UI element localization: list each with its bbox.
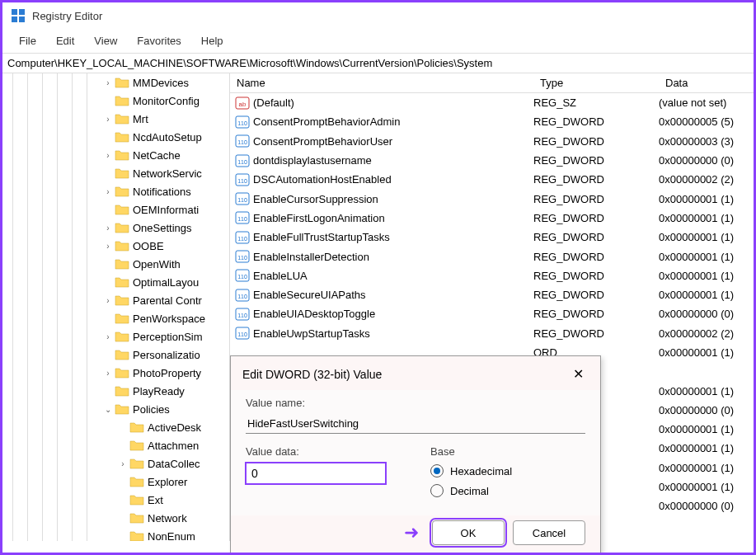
arrow-pointer-icon: ➜ xyxy=(404,522,419,543)
row-name: dontdisplaylastusername xyxy=(253,154,533,167)
cancel-button[interactable]: Cancel xyxy=(513,520,585,545)
tree-item[interactable]: NonEnum xyxy=(2,527,229,541)
tree-item[interactable]: PlayReady xyxy=(2,382,229,400)
tree-item[interactable]: ›OOBE xyxy=(2,237,229,255)
tree-item[interactable]: MonitorConfig xyxy=(2,92,229,110)
col-data[interactable]: Data xyxy=(659,73,754,92)
chevron-icon[interactable]: › xyxy=(103,332,113,341)
list-row[interactable]: 110EnableSecureUIAPathsREG_DWORD0x000000… xyxy=(230,285,754,304)
menu-view[interactable]: View xyxy=(86,32,125,49)
list-row[interactable]: 110DSCAutomationHostEnabledREG_DWORD0x00… xyxy=(230,170,754,189)
tree-item[interactable]: Ext xyxy=(2,491,229,509)
tree-item-label: OEMInformati xyxy=(133,204,199,216)
tree-item[interactable]: ›PhotoProperty xyxy=(2,364,229,382)
row-type: REG_DWORD xyxy=(533,327,659,340)
tree-item-label: PhotoProperty xyxy=(133,367,201,379)
tree-item[interactable]: NcdAutoSetup xyxy=(2,128,229,146)
tree-item[interactable]: ›Notifications xyxy=(2,182,229,200)
tree-item[interactable]: PenWorkspace xyxy=(2,309,229,327)
list-row[interactable]: 110EnableLUAREG_DWORD0x00000001 (1) xyxy=(230,266,754,285)
address-bar[interactable]: Computer\HKEY_LOCAL_MACHINE\SOFTWARE\Mic… xyxy=(2,53,754,73)
radio-hexadecimal[interactable]: Hexadecimal xyxy=(430,464,585,477)
row-type: REG_DWORD xyxy=(533,212,659,224)
list-row[interactable]: ab(Default)REG_SZ(value not set) xyxy=(230,93,754,112)
tree-item[interactable]: Personalizatio xyxy=(2,346,229,364)
menubar: File Edit View Favorites Help xyxy=(2,29,754,53)
chevron-icon[interactable]: › xyxy=(103,115,113,124)
list-row[interactable]: 110ConsentPromptBehaviorAdminREG_DWORD0x… xyxy=(230,112,754,131)
edit-dword-dialog: Edit DWORD (32-bit) Value ✕ Value name: … xyxy=(230,355,601,555)
tree-item[interactable]: ›PerceptionSim xyxy=(2,327,229,346)
tree-item[interactable]: ›OneSettings xyxy=(2,219,229,237)
col-type[interactable]: Type xyxy=(533,73,659,92)
close-icon[interactable]: ✕ xyxy=(568,365,589,383)
chevron-icon[interactable]: › xyxy=(118,459,128,468)
row-name: DSCAutomationHostEnabled xyxy=(253,173,533,186)
row-type: REG_DWORD xyxy=(533,251,659,263)
list-row[interactable]: 110EnableUwpStartupTasksREG_DWORD0x00000… xyxy=(230,324,754,343)
col-name[interactable]: Name xyxy=(230,73,533,92)
menu-file[interactable]: File xyxy=(11,32,45,49)
tree-item[interactable]: OptimalLayou xyxy=(2,273,229,291)
tree-item-label: NonEnum xyxy=(148,530,195,542)
list-row[interactable]: 110EnableFirstLogonAnimationREG_DWORD0x0… xyxy=(230,209,754,228)
row-type: REG_DWORD xyxy=(533,173,659,186)
menu-edit[interactable]: Edit xyxy=(48,32,82,49)
radio-decimal[interactable]: Decimal xyxy=(430,484,585,497)
list-row[interactable]: 110EnableUIADesktopToggleREG_DWORD0x0000… xyxy=(230,304,754,323)
chevron-icon[interactable]: › xyxy=(103,223,113,233)
value-name-label: Value name: xyxy=(246,397,585,409)
chevron-icon[interactable]: › xyxy=(103,296,113,305)
row-data: 0x00000001 (1) xyxy=(659,231,754,243)
tree-item[interactable]: ›Mrt xyxy=(2,110,229,128)
menu-help[interactable]: Help xyxy=(193,32,232,49)
row-type: REG_DWORD xyxy=(533,308,659,320)
tree-item[interactable]: Explorer xyxy=(2,473,229,491)
ok-button[interactable]: OK xyxy=(432,520,505,545)
tree-item-label: Parental Contr xyxy=(133,294,202,307)
value-name-field[interactable] xyxy=(246,414,585,434)
tree-item-label: Personalizatio xyxy=(133,349,200,361)
tree-item-label: OOBE xyxy=(133,240,164,252)
tree-item[interactable]: ›Parental Contr xyxy=(2,291,229,309)
row-data: 0x00000001 (1) xyxy=(659,270,754,282)
chevron-icon[interactable]: › xyxy=(103,187,113,196)
dialog-title: Edit DWORD (32-bit) Value xyxy=(242,368,382,381)
list-header: Name Type Data xyxy=(230,73,754,93)
chevron-icon[interactable]: › xyxy=(103,78,113,87)
row-type: REG_DWORD xyxy=(533,289,659,301)
row-data: 0x00000001 (1) xyxy=(659,193,754,205)
list-row[interactable]: 110ConsentPromptBehaviorUserREG_DWORD0x0… xyxy=(230,132,754,151)
row-data: 0x00000000 (0) xyxy=(659,154,754,167)
tree-item[interactable]: ›DataCollec xyxy=(2,454,229,473)
list-row[interactable]: 110EnableInstallerDetectionREG_DWORD0x00… xyxy=(230,247,754,266)
row-name: EnableLUA xyxy=(253,270,533,282)
tree-item[interactable]: ⌄Policies xyxy=(2,400,229,418)
list-row[interactable]: 110EnableFullTrustStartupTasksREG_DWORD0… xyxy=(230,228,754,247)
tree-item-label: OneSettings xyxy=(133,222,192,234)
row-data: 0x00000001 (1) xyxy=(659,212,754,224)
tree-item-label: Mrt xyxy=(133,113,148,125)
menu-favorites[interactable]: Favorites xyxy=(129,32,189,49)
titlebar: Registry Editor xyxy=(2,2,754,29)
tree-item[interactable]: Attachmen xyxy=(2,436,229,454)
tree-item[interactable]: ›NetCache xyxy=(2,146,229,164)
value-data-field[interactable] xyxy=(246,463,386,484)
tree-item[interactable]: Network xyxy=(2,509,229,527)
tree-item[interactable]: ›MMDevices xyxy=(2,73,229,92)
chevron-icon[interactable]: › xyxy=(103,369,113,378)
list-row[interactable]: 110dontdisplaylastusernameREG_DWORD0x000… xyxy=(230,151,754,170)
chevron-icon[interactable]: ⌄ xyxy=(103,405,113,414)
tree-item[interactable]: ActiveDesk xyxy=(2,418,229,436)
list-row[interactable]: 110EnableCursorSuppressionREG_DWORD0x000… xyxy=(230,189,754,208)
row-data: 0x00000000 (0) xyxy=(659,500,754,512)
svg-text:ab: ab xyxy=(239,101,247,108)
tree-item[interactable]: NetworkServic xyxy=(2,164,229,182)
tree-item-label: Attachmen xyxy=(148,440,199,452)
row-data: 0x00000001 (1) xyxy=(659,462,754,474)
svg-text:110: 110 xyxy=(237,120,247,126)
tree-item[interactable]: OEMInformati xyxy=(2,200,229,219)
chevron-icon[interactable]: › xyxy=(103,151,113,160)
chevron-icon[interactable]: › xyxy=(103,242,113,251)
tree-item[interactable]: OpenWith xyxy=(2,255,229,273)
